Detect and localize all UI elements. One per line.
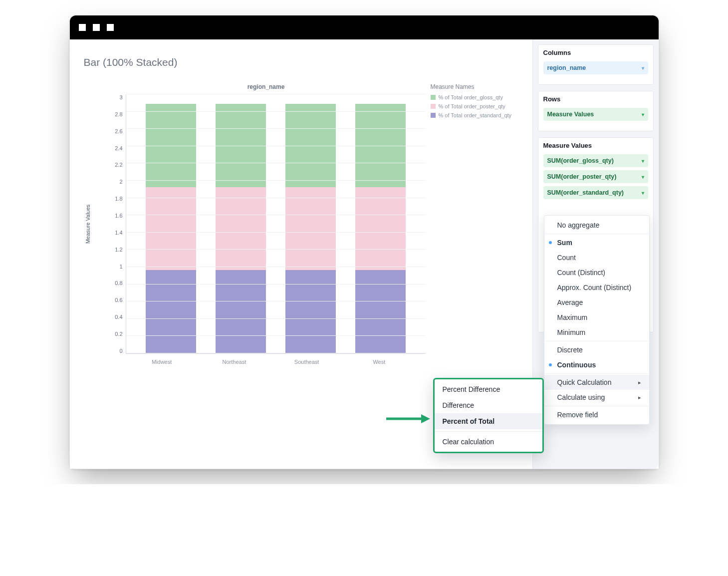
bar-segment (355, 187, 406, 271)
chevron-down-icon: ▾ (642, 112, 644, 117)
y-tick: 2 (119, 179, 122, 185)
x-category-label: Southeast (280, 359, 333, 365)
rows-pill-measure-values[interactable]: Measure Values ▾ (543, 108, 648, 121)
measure-pill[interactable]: SUM(order_standard_qty)▾ (543, 186, 648, 199)
y-tick: 3 (119, 94, 122, 100)
x-axis-categories: MidwestNortheastSoutheastWest (107, 354, 426, 365)
x-axis-title: region_name (107, 83, 426, 90)
y-tick: 0.4 (115, 314, 122, 320)
plot-area (126, 94, 426, 354)
bar-west[interactable] (355, 104, 406, 353)
bar-segment (216, 187, 266, 271)
dropdown-continuous[interactable]: Continuous (544, 357, 649, 372)
dropdown-calculate-using[interactable]: Calculate using ▸ (544, 390, 649, 405)
dropdown-discrete[interactable]: Discrete (544, 342, 649, 357)
dropdown-remove-field[interactable]: Remove field (544, 407, 649, 422)
chart-type-title: Bar (100% Stacked) (84, 56, 520, 68)
dropdown-maximum[interactable]: Maximum (544, 310, 649, 325)
window-control[interactable] (93, 24, 100, 31)
y-tick: 0.2 (115, 331, 122, 337)
columns-shelf: Columns region_name ▾ (538, 44, 654, 85)
legend: Measure Names % of Total order_gloss_qty… (426, 83, 520, 365)
y-tick: 0.6 (115, 297, 122, 303)
bar-segment (146, 187, 196, 271)
y-tick: 2.8 (115, 111, 122, 117)
dropdown-average[interactable]: Average (544, 295, 649, 310)
submenu-percent-difference[interactable]: Percent Difference (435, 381, 542, 397)
legend-item[interactable]: % of Total order_standard_qty (431, 112, 520, 118)
window-control[interactable] (79, 24, 86, 31)
y-tick: 1.6 (115, 213, 122, 219)
legend-swatch (431, 104, 436, 109)
pill-label: Measure Values (547, 111, 594, 118)
pill-label: SUM(order_standard_qty) (547, 189, 624, 196)
legend-swatch (431, 95, 436, 100)
y-tick: 1.8 (115, 196, 122, 202)
legend-item[interactable]: % of Total order_poster_qty (431, 103, 520, 109)
x-category-label: Northeast (208, 359, 260, 365)
columns-pill-region-name[interactable]: region_name ▾ (543, 61, 648, 74)
y-tick: 0 (119, 348, 122, 354)
submenu-percent-of-total[interactable]: Percent of Total (435, 413, 542, 429)
chevron-down-icon: ▾ (642, 190, 644, 196)
measure-values-shelf-title: Measure Values (543, 142, 648, 149)
bar-northeast[interactable] (216, 104, 266, 353)
window-control[interactable] (107, 24, 114, 31)
window-titlebar (70, 15, 659, 39)
rows-shelf-title: Rows (543, 95, 648, 103)
chevron-down-icon: ▾ (642, 174, 644, 180)
legend-swatch (431, 113, 436, 118)
submenu-difference[interactable]: Difference (435, 397, 542, 413)
app-window: Bar (100% Stacked) region_name Measure V… (69, 15, 659, 469)
bar-segment (285, 187, 336, 271)
dropdown-quick-calculation[interactable]: Quick Calculation ▸ (544, 375, 649, 390)
x-category-label: West (353, 359, 406, 365)
legend-label: % of Total order_standard_qty (439, 112, 512, 118)
dropdown-minimum[interactable]: Minimum (544, 325, 649, 340)
legend-title: Measure Names (431, 83, 520, 90)
x-category-label: Midwest (136, 359, 188, 365)
dropdown-no-aggregate[interactable]: No aggregate (544, 218, 649, 233)
main-canvas: Bar (100% Stacked) region_name Measure V… (70, 39, 532, 469)
dropdown-approx-count-distinct[interactable]: Approx. Count (Distinct) (544, 280, 649, 295)
legend-item[interactable]: % of Total order_gloss_qty (431, 94, 520, 100)
measure-pill-dropdown: No aggregate Sum Count Count (Distinct) … (544, 215, 650, 425)
dropdown-sum[interactable]: Sum (544, 235, 649, 250)
dropdown-count[interactable]: Count (544, 250, 649, 265)
bar-segment (285, 270, 336, 353)
y-tick: 1.4 (115, 230, 122, 236)
dropdown-quick-calculation-label: Quick Calculation (557, 378, 612, 386)
columns-shelf-title: Columns (543, 49, 648, 56)
bar-segment (355, 270, 406, 353)
bar-southeast[interactable] (285, 104, 336, 353)
bar-segment (146, 270, 196, 353)
rows-shelf: Rows Measure Values ▾ (538, 91, 654, 131)
y-tick: 1 (119, 264, 122, 270)
legend-label: % of Total order_poster_qty (439, 103, 505, 109)
chevron-right-icon: ▸ (638, 379, 641, 386)
y-tick: 0.8 (115, 280, 122, 286)
y-axis-title: Measure Values (82, 205, 91, 244)
pill-label: region_name (547, 64, 586, 71)
dropdown-count-distinct[interactable]: Count (Distinct) (544, 265, 649, 280)
pill-label: SUM(order_poster_qty) (547, 173, 617, 180)
y-tick: 2.6 (115, 128, 122, 134)
bar-segment (216, 270, 266, 353)
annotation-arrow (385, 413, 430, 425)
chevron-right-icon: ▸ (638, 394, 641, 401)
dropdown-calculate-using-label: Calculate using (557, 393, 605, 401)
measure-pill[interactable]: SUM(order_poster_qty)▾ (543, 170, 648, 183)
legend-label: % of Total order_gloss_qty (439, 94, 503, 100)
pill-label: SUM(order_gloss_qty) (547, 157, 614, 164)
chevron-down-icon: ▾ (642, 158, 644, 164)
bar-midwest[interactable] (146, 104, 196, 353)
submenu-clear-calculation[interactable]: Clear calculation (435, 434, 542, 450)
chevron-down-icon: ▾ (642, 65, 644, 71)
svg-marker-1 (421, 414, 430, 423)
y-tick: 1.2 (115, 247, 122, 253)
measure-pill[interactable]: SUM(order_gloss_qty)▾ (543, 154, 648, 167)
y-tick: 2.4 (115, 145, 122, 151)
y-tick: 2.2 (115, 162, 122, 168)
y-axis-ticks: 32.82.62.42.221.81.61.41.210.80.60.40.20 (107, 94, 126, 354)
quick-calculation-submenu: Percent Difference Difference Percent of… (433, 378, 544, 453)
